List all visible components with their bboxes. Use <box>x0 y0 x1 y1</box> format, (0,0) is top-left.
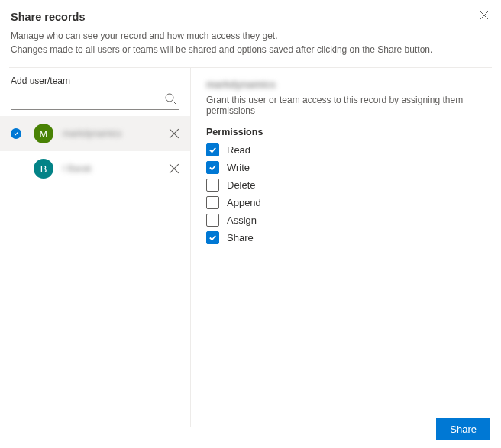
subtitle-line1: Manage who can see your record and how m… <box>11 29 490 43</box>
permission-row-append: Append <box>206 196 486 209</box>
avatar: B <box>34 159 53 179</box>
search-input[interactable] <box>11 93 164 105</box>
selected-user-title: markdynamics <box>206 79 486 90</box>
permission-label: Append <box>227 197 261 208</box>
permission-label: Write <box>227 162 250 173</box>
user-list: M markdynamics B I Barak <box>0 116 190 427</box>
share-button[interactable]: Share <box>436 418 490 440</box>
permission-row-share: Share <box>206 231 486 244</box>
remove-user-icon[interactable] <box>169 128 179 139</box>
permissions-list: Read Write Delete Append Assign Share <box>206 143 486 244</box>
permissions-description: Grant this user or team access to this r… <box>206 95 486 116</box>
permissions-header: Permissions <box>206 127 486 137</box>
permission-label: Share <box>227 232 254 243</box>
search-area: Add user/team <box>0 68 190 110</box>
svg-point-0 <box>166 94 173 102</box>
user-item[interactable]: B I Barak <box>0 151 190 186</box>
dialog-title: Share records <box>11 11 490 23</box>
permission-label: Assign <box>227 214 257 226</box>
checkbox-delete[interactable] <box>206 179 219 192</box>
permission-row-read: Read <box>206 143 486 156</box>
permission-label: Read <box>227 144 250 156</box>
checkbox-read[interactable] <box>206 143 219 156</box>
permission-label: Delete <box>227 179 256 191</box>
subtitle-line2: Changes made to all users or teams will … <box>11 43 490 56</box>
search-icon[interactable] <box>164 92 176 105</box>
user-list-pane: Add user/team M markdynamics <box>0 68 191 427</box>
permission-row-delete: Delete <box>206 179 486 192</box>
permission-row-assign: Assign <box>206 214 486 227</box>
user-item[interactable]: M markdynamics <box>0 116 190 151</box>
checkbox-append[interactable] <box>206 196 219 209</box>
search-label: Add user/team <box>11 76 179 86</box>
dialog-header: Share records Manage who can see your re… <box>0 0 501 63</box>
user-name: I Barak <box>63 163 169 174</box>
dialog-footer: Share <box>436 418 490 440</box>
permissions-pane: markdynamics Grant this user or team acc… <box>191 68 501 427</box>
close-icon[interactable] <box>478 9 490 21</box>
selected-badge-icon <box>11 128 21 139</box>
dialog-subtitle: Manage who can see your record and how m… <box>11 29 490 56</box>
dialog-body: Add user/team M markdynamics <box>0 68 501 427</box>
search-row[interactable] <box>11 88 179 110</box>
avatar: M <box>34 124 53 143</box>
remove-user-icon[interactable] <box>169 163 179 174</box>
checkbox-assign[interactable] <box>206 214 219 227</box>
checkbox-write[interactable] <box>206 161 219 174</box>
permission-row-write: Write <box>206 161 486 174</box>
user-name: markdynamics <box>63 128 169 139</box>
checkbox-share[interactable] <box>206 231 219 244</box>
svg-line-1 <box>173 101 176 104</box>
